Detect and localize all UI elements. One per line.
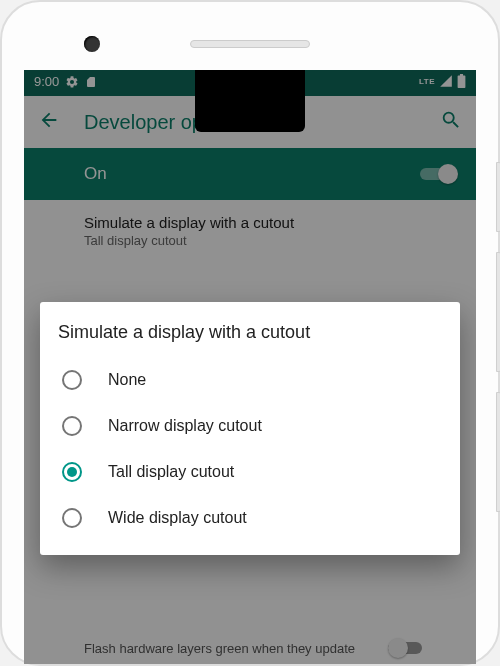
radio-icon — [62, 508, 82, 528]
display-cutout — [195, 70, 305, 132]
speaker-slit — [190, 40, 310, 48]
radio-label: Tall display cutout — [108, 463, 234, 481]
radio-option-none[interactable]: None — [58, 357, 442, 403]
search-icon[interactable] — [440, 109, 462, 135]
master-switch[interactable] — [420, 164, 458, 184]
radio-option-narrow[interactable]: Narrow display cutout — [58, 403, 442, 449]
radio-icon — [62, 416, 82, 436]
radio-label: None — [108, 371, 146, 389]
cutout-dialog: Simulate a display with a cutout None Na… — [40, 302, 460, 555]
setting-cutout-subtitle: Tall display cutout — [84, 233, 458, 248]
sd-card-icon — [85, 75, 97, 89]
lte-label: LTE — [419, 77, 435, 86]
side-button-vol-down — [496, 392, 500, 512]
setting-flash-layers-label: Flash hardware layers green when they up… — [84, 641, 355, 656]
setting-flash-layers[interactable]: Flash hardware layers green when they up… — [24, 632, 476, 664]
signal-icon — [439, 74, 453, 88]
radio-option-wide[interactable]: Wide display cutout — [58, 495, 442, 541]
master-toggle-row[interactable]: On — [24, 148, 476, 200]
master-toggle-label: On — [84, 164, 107, 184]
radio-option-tall[interactable]: Tall display cutout — [58, 449, 442, 495]
battery-icon — [457, 74, 466, 88]
back-arrow-icon[interactable] — [38, 109, 60, 135]
flash-layers-switch[interactable] — [388, 638, 426, 658]
side-button-vol-up — [496, 252, 500, 372]
side-button-power — [496, 162, 500, 232]
radio-label: Wide display cutout — [108, 509, 247, 527]
radio-icon — [62, 370, 82, 390]
radio-label: Narrow display cutout — [108, 417, 262, 435]
camera-dot — [84, 36, 100, 52]
setting-cutout-title: Simulate a display with a cutout — [84, 214, 458, 231]
status-time: 9:00 — [34, 74, 59, 89]
radio-icon-selected — [62, 462, 82, 482]
setting-cutout[interactable]: Simulate a display with a cutout Tall di… — [24, 200, 476, 262]
settings-icon — [65, 75, 79, 89]
dialog-title: Simulate a display with a cutout — [58, 322, 442, 343]
phone-frame: 9:00 LTE D — [0, 0, 500, 666]
screen: 9:00 LTE D — [24, 70, 476, 664]
